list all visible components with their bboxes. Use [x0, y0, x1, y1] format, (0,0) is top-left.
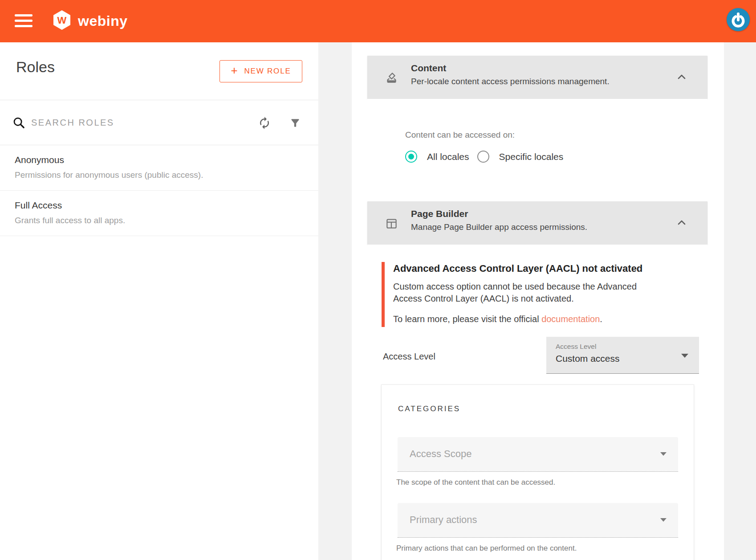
role-name: Anonymous [15, 155, 318, 165]
select-floating-label: Access Level [556, 343, 596, 351]
access-scope-helper-text: The scope of the content that can be acc… [396, 478, 555, 487]
roles-list-panel: Roles + NEW ROLE [0, 42, 318, 560]
documentation-link[interactable]: documentation [541, 314, 600, 324]
page-title: Roles [16, 58, 55, 76]
primary-actions-placeholder: Primary actions [410, 514, 477, 526]
webiny-admin-app: W webiny Roles + NEW ROLE [0, 0, 756, 560]
categories-card: CATEGORIES Access Scope The scope of the… [381, 384, 694, 560]
role-name: Full Access [15, 200, 318, 211]
warning-link-line: To learn more, please visit the official… [393, 314, 667, 324]
radio-all-locales[interactable] [405, 151, 417, 163]
radio-all-locales-label: All locales [427, 151, 469, 162]
search-icon [12, 116, 25, 129]
accordion-titles: Page Builder Manage Page Builder app acc… [411, 208, 587, 232]
search-input[interactable] [31, 118, 200, 128]
accordion-header-content[interactable]: Content Per-locale content access permis… [367, 56, 707, 99]
warning-body: Custom access option cannot be used beca… [393, 281, 660, 305]
access-scope-select[interactable]: Access Scope [398, 437, 678, 472]
accordion-header-page-builder[interactable]: Page Builder Manage Page Builder app acc… [367, 201, 707, 245]
webiny-hexagon-icon: W [52, 10, 72, 32]
page-builder-section-title: Page Builder [411, 208, 587, 219]
permissions-accordion: Content Per-locale content access permis… [367, 56, 707, 560]
access-level-selected-value: Custom access [556, 353, 620, 364]
page-builder-icon [386, 217, 398, 229]
chevron-up-icon[interactable] [676, 217, 687, 229]
warning-link-suffix: . [600, 314, 602, 324]
accordion-titles: Content Per-locale content access permis… [411, 63, 610, 86]
primary-actions-select[interactable]: Primary actions [398, 503, 678, 538]
hamburger-menu-icon[interactable] [15, 14, 33, 28]
chevron-up-icon[interactable] [676, 71, 687, 83]
dropdown-arrow-icon [681, 354, 688, 358]
warning-title: Advanced Access Control Layer (AACL) not… [393, 263, 667, 274]
role-list-item-full-access[interactable]: Full Access Grants full access to all ap… [0, 191, 318, 236]
search-bar [0, 100, 318, 145]
access-scope-placeholder: Access Scope [410, 448, 471, 460]
content-permissions-icon [386, 72, 398, 84]
access-level-label: Access Level [383, 352, 435, 362]
dropdown-arrow-icon [660, 518, 667, 522]
locales-question-label: Content can be accessed on: [405, 130, 515, 140]
user-avatar[interactable] [727, 8, 750, 31]
content-section-subtitle: Per-locale content access permissions ma… [411, 77, 610, 86]
warning-link-prefix: To learn more, please visit the official [393, 314, 541, 324]
top-app-bar: W webiny [0, 0, 756, 42]
webiny-logo[interactable]: W webiny [52, 10, 127, 32]
role-description: Grants full access to all apps. [15, 216, 318, 225]
page-builder-section-subtitle: Manage Page Builder app access permissio… [411, 222, 587, 232]
content-section-title: Content [411, 63, 610, 74]
primary-actions-helper-text: Primary actions that can be performed on… [396, 544, 577, 553]
dropdown-arrow-icon [660, 452, 667, 456]
refresh-icon[interactable] [258, 116, 271, 130]
filter-icon[interactable] [289, 117, 301, 129]
new-role-button-label: NEW ROLE [244, 67, 291, 76]
role-permissions-panel: Content Per-locale content access permis… [352, 42, 724, 560]
categories-heading: CATEGORIES [398, 405, 460, 413]
role-description: Permissions for anonymous users (public … [15, 170, 318, 180]
plus-icon: + [231, 64, 238, 78]
svg-text:W: W [57, 15, 67, 26]
new-role-button[interactable]: + NEW ROLE [219, 60, 302, 82]
role-list-item-anonymous[interactable]: Anonymous Permissions for anonymous user… [0, 145, 318, 191]
access-level-row: Access Level Access Level Custom access [383, 337, 699, 374]
content-section-body: Content can be accessed on: All locales … [367, 99, 707, 201]
brand-wordmark: webiny [78, 13, 127, 29]
aacl-warning-alert: Advanced Access Control Layer (AACL) not… [382, 262, 667, 327]
access-level-select[interactable]: Access Level Custom access [546, 337, 699, 374]
page-builder-section-body: Advanced Access Control Layer (AACL) not… [367, 245, 707, 560]
roles-list-header: Roles + NEW ROLE [0, 42, 318, 100]
radio-specific-locales[interactable] [477, 151, 489, 163]
radio-specific-locales-label: Specific locales [499, 151, 564, 162]
locales-radio-group: All locales Specific locales [405, 151, 563, 163]
